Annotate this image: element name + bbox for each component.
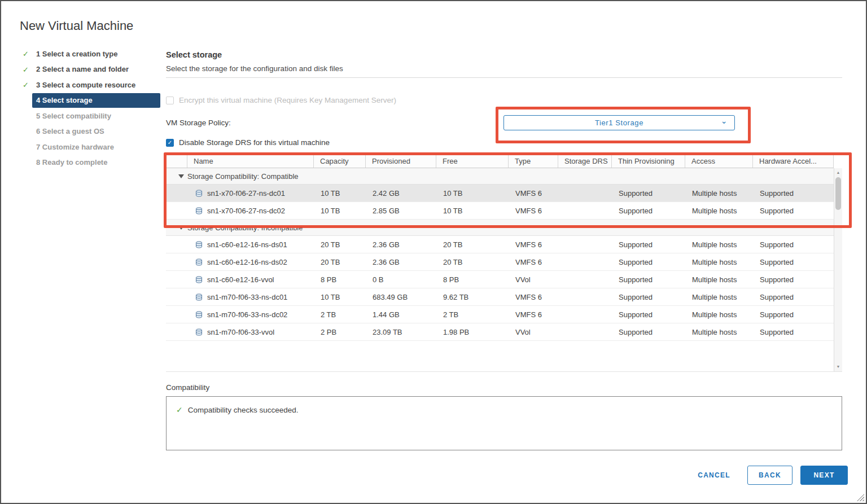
column-header-free[interactable]: Free — [436, 155, 509, 168]
step-label: 7 Customize hardware — [32, 140, 160, 155]
scroll-up-icon[interactable]: ▲ — [834, 169, 842, 177]
column-header-storage-drs[interactable]: Storage DRS — [558, 155, 612, 168]
column-header-type[interactable]: Type — [509, 155, 558, 168]
datastore-row[interactable]: sn1-x70-f06-27-ns-dc0210 TB2.85 GB10 TBV… — [166, 202, 834, 220]
disable-drs-checkbox[interactable]: ✓ — [166, 139, 174, 147]
new-vm-wizard-dialog: New Virtual Machine ✓1 Select a creation… — [0, 0, 867, 504]
type-cell: VMFS 6 — [509, 258, 558, 266]
hardware-accel-cell: Supported — [753, 189, 834, 198]
datastore-row[interactable]: sn1-m70-f06-33-ns-dc022 TB1.44 GB2 TBVMF… — [166, 306, 834, 323]
hardware-accel-cell: Supported — [753, 310, 834, 319]
capacity-cell: 10 TB — [314, 207, 366, 215]
capacity-cell: 10 TB — [314, 189, 366, 198]
type-cell: VMFS 6 — [509, 207, 558, 215]
datastore-name-cell: sn1-c60-e12-16-ns-ds02 — [166, 258, 314, 266]
dialog-title: New Virtual Machine — [20, 19, 133, 33]
hardware-accel-cell: Supported — [753, 258, 834, 266]
column-header-thin-provisioning[interactable]: Thin Provisioning — [612, 155, 685, 168]
column-header-capacity[interactable]: Capacity — [314, 155, 366, 168]
encrypt-vm-checkbox[interactable] — [166, 97, 174, 104]
datastore-name-cell: sn1-c60-e12-16-ns-ds01 — [166, 240, 314, 249]
access-cell: Multiple hosts — [685, 293, 753, 301]
thin-provisioning-cell: Supported — [612, 275, 685, 284]
step-label: 8 Ready to complete — [32, 155, 160, 170]
datastore-name-cell: sn1-m70-f06-33-vvol — [166, 328, 314, 336]
thin-provisioning-cell: Supported — [612, 328, 685, 336]
collapse-triangle-icon[interactable] — [178, 226, 184, 230]
wizard-step-2[interactable]: ✓2 Select a name and folder — [19, 62, 160, 78]
datastore-name-cell: sn1-x70-f06-27-ns-dc01 — [166, 189, 314, 198]
column-header-provisioned[interactable]: Provisioned — [366, 155, 436, 168]
datastore-row[interactable]: sn1-m70-f06-33-ns-dc0110 TB683.49 GB9.62… — [166, 288, 834, 306]
compatibility-box: ✓ Compatibility checks succeeded. — [166, 396, 842, 450]
success-check-icon: ✓ — [176, 405, 183, 414]
storage-compatibility-group-row[interactable]: Storage Compatibility: Incompatible — [166, 220, 834, 236]
wizard-step-5[interactable]: 5 Select compatibility — [19, 108, 160, 124]
thin-provisioning-cell: Supported — [612, 189, 685, 198]
access-cell: Multiple hosts — [685, 207, 753, 215]
chevron-down-icon: ⌄ — [721, 116, 728, 125]
datastore-name: sn1-m70-f06-33-ns-dc02 — [207, 310, 287, 319]
column-header-access[interactable]: Access — [685, 155, 753, 168]
access-cell: Multiple hosts — [685, 258, 753, 266]
wizard-footer: CANCEL BACK NEXT — [692, 466, 848, 485]
provisioned-cell: 2.42 GB — [366, 189, 436, 198]
free-cell: 20 TB — [436, 258, 509, 266]
step-done-check-icon: ✓ — [19, 81, 32, 89]
wizard-step-4[interactable]: 4 Select storage — [19, 93, 160, 109]
free-cell: 2 TB — [436, 310, 509, 319]
step-done-check-icon: ✓ — [19, 65, 32, 74]
free-cell: 9.62 TB — [436, 293, 509, 301]
step-label: 5 Select compatibility — [32, 109, 160, 124]
vm-storage-policy-row: VM Storage Policy: Tier1 Storage ⌄ — [166, 115, 842, 130]
encrypt-vm-label: Encrypt this virtual machine (Requires K… — [179, 96, 396, 104]
compatibility-message-row: ✓ Compatibility checks succeeded. — [176, 405, 832, 414]
capacity-cell: 8 PB — [314, 275, 366, 284]
vm-storage-policy-label: VM Storage Policy: — [166, 119, 231, 127]
collapse-triangle-icon[interactable] — [178, 174, 184, 178]
datastore-icon — [195, 293, 203, 301]
datastore-row[interactable]: sn1-c60-e12-16-ns-ds0120 TB2.36 GB20 TBV… — [166, 236, 834, 253]
provisioned-cell: 23.09 TB — [366, 328, 436, 336]
wizard-step-8[interactable]: 8 Ready to complete — [19, 155, 160, 171]
datastore-name-cell: sn1-x70-f06-27-ns-dc02 — [166, 207, 314, 215]
wizard-step-7[interactable]: 7 Customize hardware — [19, 139, 160, 155]
back-button[interactable]: BACK — [747, 466, 792, 485]
next-button[interactable]: NEXT — [800, 466, 848, 485]
vm-storage-policy-select[interactable]: Tier1 Storage ⌄ — [503, 115, 735, 130]
datastore-name: sn1-c60-e12-16-ns-ds02 — [207, 258, 287, 266]
cancel-button[interactable]: CANCEL — [692, 466, 736, 485]
free-cell: 8 PB — [436, 275, 509, 284]
step-done-check-icon: ✓ — [19, 50, 32, 58]
wizard-step-3[interactable]: ✓3 Select a compute resource — [19, 77, 160, 93]
datastore-row[interactable]: sn1-x70-f06-27-ns-dc0110 TB2.42 GB10 TBV… — [166, 185, 834, 202]
scroll-down-icon[interactable]: ▼ — [834, 363, 842, 371]
step-label: 6 Select a guest OS — [32, 124, 160, 139]
column-header-hardware-accel[interactable]: Hardware Accel... — [753, 155, 834, 168]
datastore-icon — [195, 207, 203, 214]
datastore-row[interactable]: sn1-c60-e12-16-vvol8 PB0 B8 PBVVolSuppor… — [166, 271, 834, 288]
storage-compatibility-group-row[interactable]: Storage Compatibility: Compatible — [166, 168, 834, 185]
type-cell: VMFS 6 — [509, 240, 558, 249]
provisioned-cell: 1.44 GB — [366, 310, 436, 319]
datastore-icon — [195, 328, 203, 336]
disable-drs-label: Disable Storage DRS for this virtual mac… — [179, 138, 330, 147]
wizard-step-6[interactable]: 6 Select a guest OS — [19, 124, 160, 140]
vm-storage-policy-value: Tier1 Storage — [595, 119, 643, 127]
divider — [166, 77, 842, 78]
type-cell: VMFS 6 — [509, 189, 558, 198]
hardware-accel-cell: Supported — [753, 275, 834, 284]
resize-gripper[interactable] — [857, 494, 864, 501]
scrollbar-thumb[interactable] — [835, 177, 841, 210]
step-label: 4 Select storage — [32, 93, 160, 108]
panel-subheading: Select the storage for the configuration… — [166, 64, 842, 73]
datastore-icon — [195, 190, 203, 197]
table-scrollbar[interactable]: ▲ ▼ — [834, 168, 842, 371]
capacity-cell: 2 PB — [314, 328, 366, 336]
datastore-row[interactable]: sn1-c60-e12-16-ns-ds0220 TB2.36 GB20 TBV… — [166, 253, 834, 271]
wizard-step-1[interactable]: ✓1 Select a creation type — [19, 46, 160, 62]
datastore-row[interactable]: sn1-m70-f06-33-vvol2 PB23.09 TB1.98 PBVV… — [166, 323, 834, 341]
table-body: Storage Compatibility: Compatiblesn1-x70… — [166, 168, 834, 341]
free-cell: 10 TB — [436, 207, 509, 215]
column-header-name[interactable]: Name — [187, 155, 314, 168]
